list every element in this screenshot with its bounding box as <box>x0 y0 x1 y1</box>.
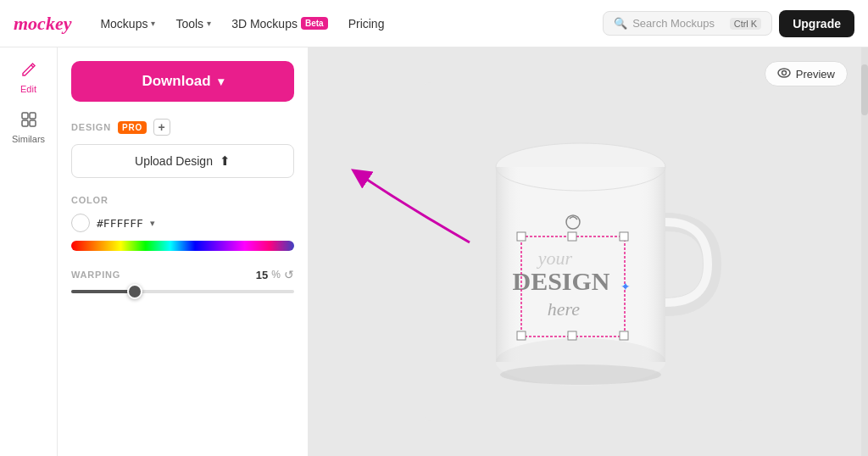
upload-icon: ⬆ <box>220 153 231 169</box>
sidebar-item-similars[interactable]: Similars <box>7 104 51 151</box>
warping-section-label: WARPING <box>71 270 120 280</box>
nav-mockups[interactable]: Mockups ▾ <box>92 12 164 36</box>
color-gradient-bar[interactable] <box>71 241 294 251</box>
design-section-header: DESIGN PRO + <box>71 119 294 136</box>
svg-rect-18 <box>517 331 526 340</box>
search-icon: 🔍 <box>614 17 627 30</box>
mug-svg: your DESIGN here ✦ <box>424 82 746 421</box>
svg-text:DESIGN: DESIGN <box>512 267 609 295</box>
pro-badge: PRO <box>118 121 147 134</box>
warping-reset-button[interactable]: ↺ <box>284 268 294 281</box>
similars-icon <box>20 111 37 132</box>
download-label: Download <box>142 73 210 90</box>
chevron-down-icon: ▾ <box>207 19 211 28</box>
warping-number: 15 <box>256 269 268 281</box>
svg-rect-1 <box>30 113 36 119</box>
svg-point-5 <box>782 71 786 75</box>
color-section-header: COLOR <box>71 195 294 205</box>
warping-header: WARPING 15 % ↺ <box>71 268 294 281</box>
warping-slider-fill <box>71 290 134 293</box>
svg-rect-20 <box>568 232 576 241</box>
logo: mockey <box>14 13 71 35</box>
scrollbar-thumb[interactable] <box>861 64 868 115</box>
svg-rect-11 <box>640 167 665 362</box>
color-section: COLOR #FFFFFF ▾ <box>71 195 294 251</box>
warping-slider-track[interactable] <box>71 290 294 293</box>
warping-unit: % <box>271 269 281 281</box>
chevron-down-icon: ▾ <box>150 218 155 229</box>
navbar: mockey Mockups ▾ Tools ▾ 3D Mockups Beta… <box>0 0 868 47</box>
color-picker-row[interactable]: #FFFFFF ▾ <box>71 214 294 232</box>
nav-3d-mockups[interactable]: 3D Mockups Beta <box>223 12 337 36</box>
scrollbar[interactable] <box>861 47 868 456</box>
color-swatch <box>71 214 90 232</box>
svg-point-4 <box>778 69 790 77</box>
eye-icon <box>777 67 791 81</box>
svg-text:✦: ✦ <box>620 280 631 293</box>
svg-rect-19 <box>620 331 628 340</box>
warping-slider-thumb[interactable] <box>127 284 142 299</box>
search-bar[interactable]: 🔍 Search Mockups Ctrl K <box>603 11 772 36</box>
upgrade-button[interactable]: Upgrade <box>779 10 854 37</box>
canvas-area: Preview <box>309 47 861 456</box>
svg-rect-0 <box>22 113 28 119</box>
mug-mockup: your DESIGN here ✦ <box>424 82 746 421</box>
preview-button[interactable]: Preview <box>765 61 848 86</box>
svg-text:your: your <box>537 247 573 269</box>
svg-rect-17 <box>620 232 628 241</box>
chevron-down-icon: ▾ <box>218 75 224 88</box>
beta-badge: Beta <box>301 17 328 30</box>
download-button[interactable]: Download ▾ <box>71 61 294 102</box>
sidebar-item-edit[interactable]: Edit <box>7 54 51 101</box>
edit-icon <box>20 61 37 82</box>
svg-rect-2 <box>22 120 28 126</box>
svg-point-24 <box>500 364 661 385</box>
icon-sidebar: Edit Similars <box>0 47 58 456</box>
add-design-button[interactable]: + <box>153 119 170 136</box>
warping-value-display: 15 % ↺ <box>256 268 294 281</box>
svg-rect-16 <box>517 232 526 241</box>
warping-section: WARPING 15 % ↺ <box>71 268 294 293</box>
svg-rect-21 <box>568 331 576 340</box>
upload-design-label: Upload Design <box>135 154 213 168</box>
chevron-down-icon: ▾ <box>151 19 155 28</box>
nav-tools[interactable]: Tools ▾ <box>167 12 220 36</box>
svg-text:here: here <box>548 298 581 320</box>
nav-links: Mockups ▾ Tools ▾ 3D Mockups Beta Pricin… <box>92 12 596 36</box>
edit-tab-label: Edit <box>20 84 36 94</box>
upload-design-button[interactable]: Upload Design ⬆ <box>71 144 294 178</box>
search-placeholder: Search Mockups <box>632 17 725 30</box>
main-layout: Edit Similars Download ▾ DESIGN PRO <box>0 47 868 456</box>
controls-panel: Download ▾ DESIGN PRO + Upload Design ⬆ … <box>58 47 309 456</box>
nav-pricing[interactable]: Pricing <box>340 12 393 36</box>
similars-tab-label: Similars <box>12 134 45 144</box>
svg-rect-3 <box>30 120 36 126</box>
search-shortcut: Ctrl K <box>730 18 762 30</box>
color-hex-value: #FFFFFF <box>97 217 143 230</box>
preview-label: Preview <box>796 68 835 81</box>
